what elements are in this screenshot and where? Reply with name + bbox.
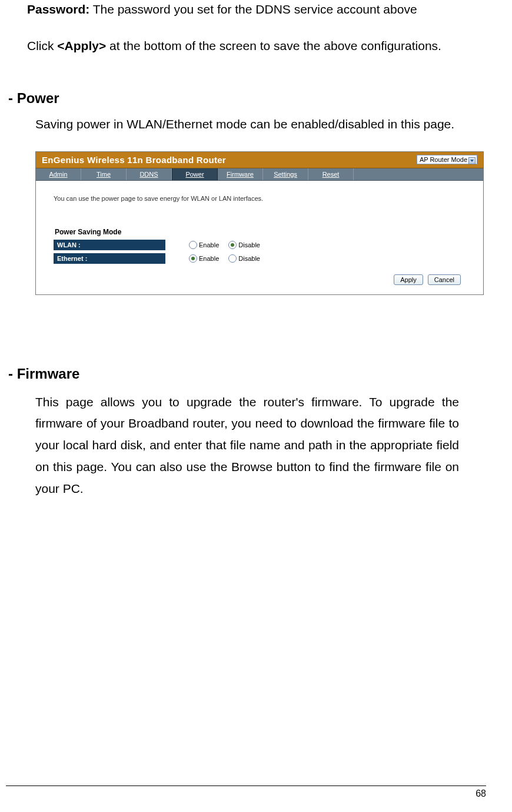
radio-dot-icon — [228, 241, 237, 249]
ss-tabs: AdminTimeDDNSPowerFirmwareSettingsReset — [36, 168, 483, 181]
radio-disable[interactable]: Disable — [228, 254, 260, 263]
firmware-desc: This page allows you to upgrade the rout… — [35, 392, 459, 500]
firmware-heading: - Firmware — [8, 366, 488, 382]
ss-titlebar: EnGenius Wireless 11n Broadband Router A… — [36, 152, 483, 168]
power-saving-section: Power Saving Mode WLAN :EnableDisableEth… — [54, 227, 466, 265]
radio-label: Enable — [199, 255, 219, 262]
apply-line: Click <Apply> at the bottom of the scree… — [27, 37, 488, 55]
password-label: Password: — [27, 2, 89, 16]
radio-dot-icon — [189, 241, 197, 249]
router-screenshot: EnGenius Wireless 11n Broadband Router A… — [35, 151, 484, 295]
ss-body-desc: You can use the power page to save energ… — [54, 195, 466, 202]
radio-label: Disable — [238, 255, 260, 262]
radio-label: Enable — [199, 241, 219, 248]
mode-select[interactable]: AP Router Mode — [417, 155, 477, 164]
radio-group: EnableDisable — [189, 254, 260, 263]
page-footer: 68 — [6, 786, 486, 799]
radio-disable[interactable]: Disable — [228, 241, 260, 249]
row-label: WLAN : — [54, 240, 165, 250]
ss-buttons: Apply Cancel — [54, 265, 466, 290]
tab-firmware[interactable]: Firmware — [218, 168, 263, 180]
radio-group: EnableDisable — [189, 241, 260, 249]
power-row: Ethernet :EnableDisable — [54, 252, 466, 265]
radio-dot-icon — [228, 254, 237, 263]
radio-enable[interactable]: Enable — [189, 241, 219, 249]
tab-reset[interactable]: Reset — [308, 168, 354, 180]
cancel-button[interactable]: Cancel — [428, 274, 461, 285]
tab-power[interactable]: Power — [172, 168, 218, 180]
radio-label: Disable — [238, 241, 260, 248]
ss-title: EnGenius Wireless 11n Broadband Router — [42, 155, 226, 165]
apply-button[interactable]: Apply — [394, 274, 423, 285]
password-line: Password: The password you set for the D… — [27, 0, 488, 19]
page-number: 68 — [476, 788, 486, 798]
ss-body: You can use the power page to save energ… — [36, 181, 483, 294]
tab-admin[interactable]: Admin — [36, 168, 81, 180]
password-text: The password you set for the DDNS servic… — [89, 2, 417, 16]
section-title: Power Saving Mode — [54, 227, 466, 238]
tab-settings[interactable]: Settings — [263, 168, 308, 180]
tab-time[interactable]: Time — [81, 168, 127, 180]
radio-dot-icon — [189, 254, 197, 263]
row-label: Ethernet : — [54, 253, 165, 264]
radio-enable[interactable]: Enable — [189, 254, 219, 263]
tab-ddns[interactable]: DDNS — [127, 168, 172, 180]
power-heading: - Power — [8, 90, 488, 107]
power-desc: Saving power in WLAN/Ethernet mode can b… — [35, 115, 488, 134]
power-row: WLAN :EnableDisable — [54, 238, 466, 252]
